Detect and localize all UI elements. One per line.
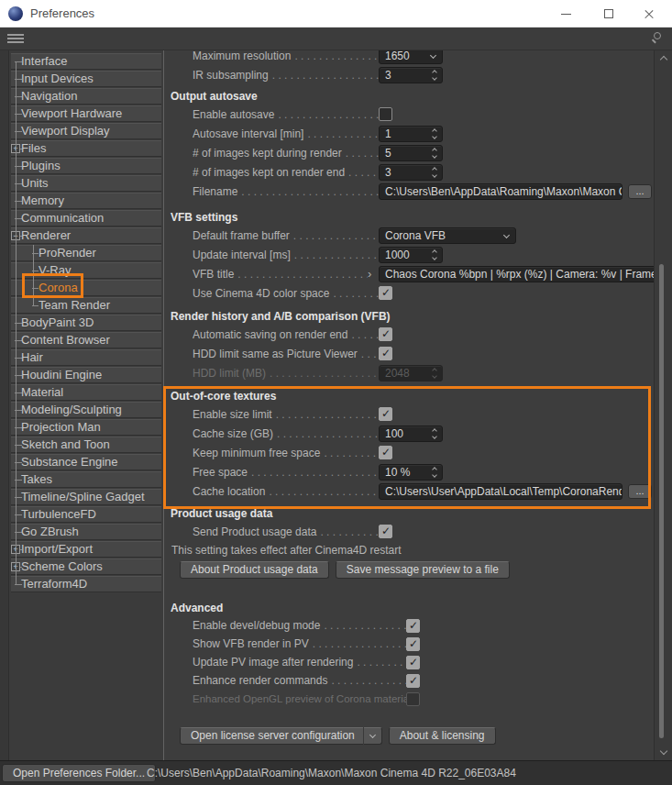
sidebar-item-label: Go ZBrush (21, 525, 79, 539)
setting-label: Show VFB render in PV (193, 637, 309, 650)
section-header: VFB settings (164, 210, 654, 225)
setting-row: # of images kept during render 5 (164, 143, 654, 162)
scroll-down-icon[interactable] (660, 747, 667, 755)
sidebar-item-material[interactable]: Material (11, 384, 161, 401)
hamburger-menu-icon[interactable] (7, 34, 24, 45)
sidebar-item-label: Import/Export (21, 542, 93, 557)
sidebar-item-memory[interactable]: Memory (11, 193, 161, 209)
sidebar-item-projection-man[interactable]: Projection Man (11, 419, 161, 436)
dots-leader (277, 427, 379, 440)
close-button[interactable] (631, 0, 667, 28)
sidebar-item-files[interactable]: + Files (11, 140, 161, 157)
chevron-down-icon[interactable] (363, 727, 381, 745)
enable-size-limit-checkbox[interactable] (379, 407, 392, 421)
sidebar-item-go-zbrush[interactable]: Go ZBrush (11, 524, 161, 540)
ir-subsampling-stepper[interactable]: 3 (379, 67, 443, 83)
automatic-saving-checkbox[interactable] (379, 327, 392, 341)
setting-label: Automatic saving on render end (193, 328, 347, 341)
close-icon (644, 8, 655, 19)
setting-row: Filename C:\Users\Ben\AppData\Roaming\Ma… (164, 182, 654, 201)
setting-label: Cache location (193, 485, 265, 498)
sidebar-item-hair[interactable]: Hair (11, 349, 161, 366)
about-licensing-button[interactable]: About & licensing (389, 727, 496, 745)
vfb-title-input[interactable]: Chaos Corona %bpn | %rpx (%z) | Camera: … (379, 266, 654, 282)
scrollbar-thumb[interactable] (659, 264, 664, 738)
setting-row: IR subsampling 3 (164, 65, 654, 84)
maximum-resolution-dropdown[interactable]: 1650 (379, 50, 443, 64)
sidebar-item-input-devices[interactable]: Input Devices (11, 71, 161, 87)
sidebar-item-label: Material (21, 385, 63, 400)
dots-leader (313, 637, 406, 650)
sidebar-item-plugins[interactable]: Plugins (11, 158, 161, 174)
sidebar-item-scheme-colors[interactable]: + Scheme Colors (11, 558, 161, 575)
dots-leader (237, 268, 368, 281)
sidebar-item-sketch-and-toon[interactable]: Sketch and Toon (11, 437, 161, 453)
sidebar-item-turbulencefd[interactable]: TurbulenceFD (11, 506, 161, 523)
update-pv-image-checkbox[interactable] (406, 656, 420, 669)
spinner-arrows-icon[interactable] (430, 149, 438, 158)
sidebar-item-content-browser[interactable]: Content Browser (11, 332, 161, 348)
sidebar-item-communication[interactable]: Communication (11, 210, 161, 227)
keep-min-free-space-checkbox[interactable] (379, 446, 392, 459)
sidebar-item-renderer[interactable]: − Renderer (11, 227, 161, 244)
search-icon[interactable] (652, 32, 665, 45)
setting-label: HDD limit same as Picture Viewer (193, 348, 358, 360)
sidebar-item-modeling-sculpting[interactable]: Modeling/Sculpting (11, 402, 161, 418)
use-c4d-color-space-checkbox[interactable] (379, 286, 392, 300)
filename-browse-button[interactable]: ... (628, 184, 652, 199)
sidebar-item-label: Communication (21, 211, 104, 226)
spinner-arrows-icon[interactable] (430, 168, 438, 177)
sidebar-item-units[interactable]: Units (11, 175, 161, 192)
images-kept-render-end-stepper[interactable]: 3 (379, 164, 443, 181)
images-kept-during-render-stepper[interactable]: 5 (379, 145, 443, 161)
dots-leader (320, 525, 379, 538)
spinner-arrows-icon[interactable] (430, 429, 438, 438)
cache-location-input[interactable]: C:\Users\User\AppData\Local\Temp\CoronaR… (379, 483, 622, 500)
sidebar-item-houdini-engine[interactable]: Houdini Engine (11, 367, 161, 383)
open-preferences-folder-button[interactable]: Open Preferences Folder... (2, 764, 156, 782)
spinner-arrows-icon[interactable] (430, 71, 438, 80)
hdd-limit-same-checkbox[interactable] (379, 347, 392, 360)
filename-input[interactable]: C:\Users\Ben\AppData\Roaming\Maxon\Maxon… (379, 183, 622, 200)
setting-label: Free space (193, 466, 248, 479)
sidebar-item-timeline-spline-gadget[interactable]: Timeline/Spline Gadget (11, 489, 161, 505)
enable-autosave-checkbox[interactable] (379, 107, 392, 121)
show-vfb-render-pv-checkbox[interactable] (406, 637, 420, 651)
minimize-button[interactable] (547, 0, 584, 28)
window-body: Interface Input Devices Navigation Viewp… (0, 50, 672, 760)
sidebar-item-takes[interactable]: Takes (11, 471, 161, 488)
spinner-arrows-icon[interactable] (430, 468, 438, 477)
sidebar-item-label: ProRender (39, 246, 96, 260)
enhance-render-commands-checkbox[interactable] (406, 674, 420, 688)
send-usage-data-checkbox[interactable] (379, 525, 392, 538)
autosave-interval-stepper[interactable]: 1 (379, 126, 443, 142)
free-space-stepper[interactable]: 10 % (379, 464, 443, 481)
sidebar-item-substance-engine[interactable]: Substance Engine (11, 454, 161, 470)
about-product-usage-button[interactable]: About Product usage data (180, 561, 329, 579)
devel-debug-mode-checkbox[interactable] (406, 619, 420, 633)
sidebar-item-viewport-hardware[interactable]: Viewport Hardware (11, 105, 161, 122)
sidebar-item-label: Input Devices (21, 72, 94, 86)
sidebar-item-bodypaint-3d[interactable]: BodyPaint 3D (11, 315, 161, 331)
sidebar-item-terraform4d[interactable]: Terraform4D (11, 576, 161, 592)
dots-leader (361, 348, 379, 360)
default-frame-buffer-dropdown[interactable]: Corona VFB (379, 227, 516, 244)
sidebar-item-import-export[interactable]: + Import/Export (11, 541, 161, 558)
scroll-up-icon[interactable] (660, 56, 667, 63)
cache-location-browse-button[interactable]: ... (628, 484, 652, 499)
license-server-config-button[interactable]: Open license server configuration (180, 727, 382, 745)
dots-leader (346, 147, 379, 160)
cache-size-stepper[interactable]: 100 (379, 426, 443, 442)
sidebar-item-label: Houdini Engine (21, 368, 102, 382)
save-message-preview-button[interactable]: Save message preview to a file (336, 561, 510, 579)
sidebar-item-viewport-display[interactable]: Viewport Display (11, 123, 161, 139)
update-interval-stepper[interactable]: 1000 (379, 247, 443, 263)
spinner-arrows-icon[interactable] (430, 250, 438, 260)
dots-leader (351, 328, 379, 341)
dots-leader (272, 69, 379, 82)
spinner-arrows-icon[interactable] (430, 129, 438, 138)
sidebar-item-navigation[interactable]: Navigation (11, 88, 161, 105)
panel-scrollbar[interactable] (654, 50, 672, 760)
sidebar-item-interface[interactable]: Interface (11, 53, 161, 70)
maximize-button[interactable] (590, 0, 627, 28)
